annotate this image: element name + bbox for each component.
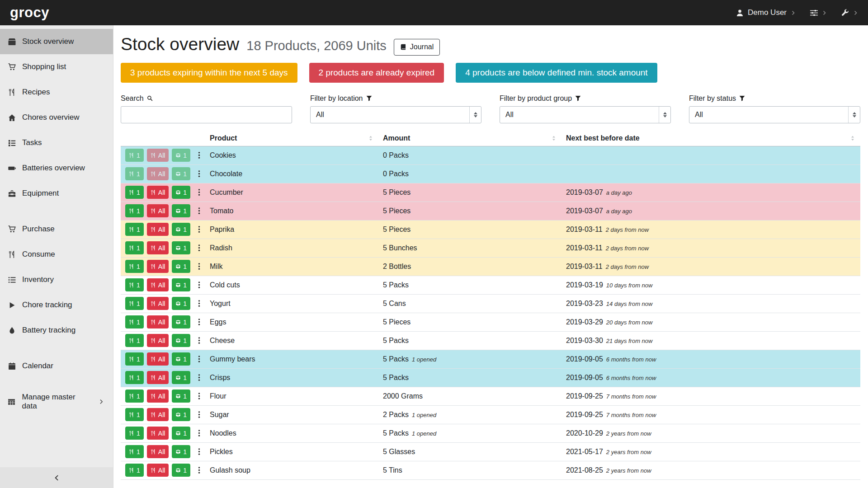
- consume-one-button[interactable]: 1: [125, 167, 144, 180]
- row-menu-button[interactable]: [195, 170, 203, 178]
- consume-all-button[interactable]: All: [147, 334, 169, 347]
- sidebar-item-equipment[interactable]: Equipment: [0, 181, 113, 206]
- open-one-button[interactable]: 1: [172, 260, 190, 273]
- column-header-product[interactable]: Product: [205, 131, 378, 146]
- row-menu-button[interactable]: [195, 300, 203, 307]
- open-one-button[interactable]: 1: [172, 389, 190, 403]
- row-menu-button[interactable]: [195, 337, 203, 344]
- open-one-button[interactable]: 1: [172, 315, 190, 328]
- product-group-select[interactable]: All: [500, 106, 671, 123]
- quick-settings-menu[interactable]: [810, 9, 827, 17]
- consume-all-button[interactable]: All: [147, 445, 169, 458]
- consume-all-button[interactable]: All: [147, 427, 169, 440]
- consume-all-button[interactable]: All: [147, 167, 169, 180]
- sidebar-collapse-button[interactable]: [0, 467, 113, 488]
- consume-one-button[interactable]: 1: [125, 223, 144, 236]
- consume-one-button[interactable]: 1: [125, 186, 144, 199]
- row-menu-button[interactable]: [195, 429, 203, 437]
- location-select[interactable]: All: [310, 106, 481, 123]
- consume-all-button[interactable]: All: [147, 315, 169, 328]
- admin-settings-menu[interactable]: [841, 9, 858, 17]
- open-one-button[interactable]: 1: [172, 334, 190, 347]
- consume-all-button[interactable]: All: [147, 241, 169, 254]
- row-menu-button[interactable]: [195, 448, 203, 455]
- open-one-button[interactable]: 1: [172, 352, 190, 366]
- consume-one-button[interactable]: 1: [125, 389, 144, 403]
- consume-one-button[interactable]: 1: [125, 371, 144, 384]
- consume-all-button[interactable]: All: [147, 464, 169, 477]
- sidebar-item-consume[interactable]: Consume: [0, 242, 113, 267]
- row-menu-button[interactable]: [195, 392, 203, 400]
- consume-one-button[interactable]: 1: [125, 149, 144, 162]
- open-one-button[interactable]: 1: [172, 445, 190, 458]
- consume-one-button[interactable]: 1: [125, 334, 144, 347]
- app-logo[interactable]: grocy: [10, 5, 49, 21]
- consume-all-button[interactable]: All: [147, 389, 169, 403]
- consume-one-button[interactable]: 1: [125, 408, 144, 421]
- sidebar-item-calendar[interactable]: Calendar: [0, 353, 113, 379]
- consume-all-button[interactable]: All: [147, 186, 169, 199]
- consume-all-button[interactable]: All: [147, 204, 169, 217]
- row-menu-button[interactable]: [195, 263, 203, 270]
- sidebar-item-inventory[interactable]: Inventory: [0, 267, 113, 292]
- sidebar-item-stock-overview[interactable]: Stock overview: [0, 29, 113, 54]
- sidebar-item-manage-master-data[interactable]: Manage master data: [0, 389, 113, 414]
- open-one-button[interactable]: 1: [172, 427, 190, 440]
- row-menu-button[interactable]: [195, 466, 203, 474]
- row-menu-button[interactable]: [195, 188, 203, 196]
- row-menu-button[interactable]: [195, 281, 203, 289]
- consume-one-button[interactable]: 1: [125, 464, 144, 477]
- journal-button[interactable]: Journal: [394, 39, 440, 56]
- open-one-button[interactable]: 1: [172, 297, 190, 310]
- consume-one-button[interactable]: 1: [125, 204, 144, 217]
- consume-all-button[interactable]: All: [147, 297, 169, 310]
- sidebar-item-shopping-list[interactable]: Shopping list: [0, 54, 113, 80]
- row-menu-button[interactable]: [195, 207, 203, 215]
- consume-one-button[interactable]: 1: [125, 352, 144, 366]
- consume-one-button[interactable]: 1: [125, 427, 144, 440]
- open-one-button[interactable]: 1: [172, 186, 190, 199]
- sidebar-item-battery-tracking[interactable]: Battery tracking: [0, 318, 113, 343]
- row-menu-button[interactable]: [195, 355, 203, 363]
- open-one-button[interactable]: 1: [172, 371, 190, 384]
- row-menu-button[interactable]: [195, 374, 203, 381]
- open-one-button[interactable]: 1: [172, 149, 190, 162]
- consume-all-button[interactable]: All: [147, 408, 169, 421]
- row-menu-button[interactable]: [195, 151, 203, 159]
- consume-one-button[interactable]: 1: [125, 241, 144, 254]
- open-one-button[interactable]: 1: [172, 204, 190, 217]
- row-menu-button[interactable]: [195, 411, 203, 418]
- consume-all-button[interactable]: All: [147, 149, 169, 162]
- consume-one-button[interactable]: 1: [125, 297, 144, 310]
- open-one-button[interactable]: 1: [172, 408, 190, 421]
- search-input[interactable]: [121, 106, 292, 123]
- consume-one-button[interactable]: 1: [125, 315, 144, 328]
- column-header-next-best-before-date[interactable]: Next best before date: [561, 131, 860, 146]
- consume-one-button[interactable]: 1: [125, 278, 144, 291]
- consume-all-button[interactable]: All: [147, 278, 169, 291]
- consume-all-button[interactable]: All: [147, 371, 169, 384]
- open-one-button[interactable]: 1: [172, 241, 190, 254]
- open-one-button[interactable]: 1: [172, 464, 190, 477]
- sidebar-item-tasks[interactable]: Tasks: [0, 130, 113, 155]
- below-min-stock-alert[interactable]: 4 products are below defined min. stock …: [456, 63, 657, 83]
- consume-one-button[interactable]: 1: [125, 445, 144, 458]
- user-menu[interactable]: Demo User: [736, 8, 796, 17]
- sidebar-item-recipes[interactable]: Recipes: [0, 80, 113, 105]
- sidebar-item-batteries-overview[interactable]: Batteries overview: [0, 155, 113, 181]
- sidebar-item-chore-tracking[interactable]: Chore tracking: [0, 292, 113, 318]
- sidebar-item-purchase[interactable]: Purchase: [0, 216, 113, 242]
- open-one-button[interactable]: 1: [172, 223, 190, 236]
- open-one-button[interactable]: 1: [172, 167, 190, 180]
- expired-alert[interactable]: 2 products are already expired: [309, 63, 444, 83]
- consume-all-button[interactable]: All: [147, 260, 169, 273]
- consume-one-button[interactable]: 1: [125, 260, 144, 273]
- expiring-alert[interactable]: 3 products expiring within the next 5 da…: [121, 63, 297, 83]
- row-menu-button[interactable]: [195, 244, 203, 252]
- row-menu-button[interactable]: [195, 318, 203, 326]
- sidebar-item-chores-overview[interactable]: Chores overview: [0, 105, 113, 130]
- status-select[interactable]: All: [689, 106, 860, 123]
- row-menu-button[interactable]: [195, 225, 203, 233]
- column-header-amount[interactable]: Amount: [378, 131, 561, 146]
- consume-all-button[interactable]: All: [147, 352, 169, 366]
